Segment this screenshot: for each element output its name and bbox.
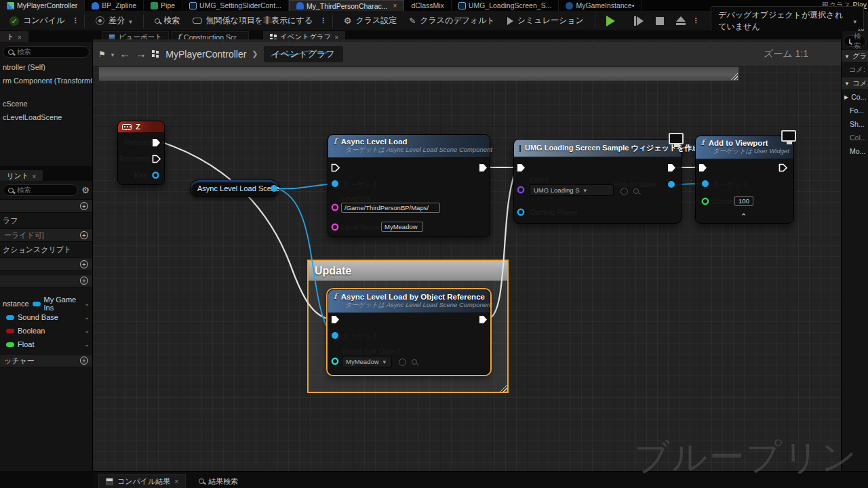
asset-tab-pipe[interactable]: Pipe: [144, 0, 182, 11]
forward-arrow-icon[interactable]: →: [136, 48, 146, 60]
component-item-transform[interactable]: rm Component (TransformComp: [0, 74, 92, 87]
exec-pin-out[interactable]: [479, 163, 488, 172]
section-functions[interactable]: ーライド可]+: [0, 228, 92, 242]
add-icon[interactable]: +: [80, 357, 88, 365]
collapsed-panel-strip[interactable]: [98, 66, 739, 81]
exec-pin-in[interactable]: [331, 315, 340, 324]
string-pin-level-name[interactable]: [331, 223, 340, 232]
collapse-chevron-icon[interactable]: ⌃: [741, 212, 747, 221]
use-selected-icon[interactable]: [399, 359, 406, 366]
variable-visibility-icon[interactable]: ⌄: [84, 314, 90, 321]
chevron-down-icon[interactable]: [111, 50, 115, 58]
int-pin-zorder[interactable]: [701, 197, 710, 206]
my-blueprint-search-input[interactable]: 検索: [3, 184, 78, 196]
variable-row[interactable]: Float⌄: [0, 338, 92, 351]
gear-icon[interactable]: [81, 185, 90, 195]
asset-tab-myplayercontroller[interactable]: MyPlayerController: [0, 0, 85, 11]
resize-grip-icon[interactable]: [498, 383, 507, 392]
exec-pin-out[interactable]: [778, 163, 787, 172]
object-pin-key[interactable]: [152, 171, 160, 180]
variable-visibility-icon[interactable]: ⌄: [84, 300, 90, 307]
object-pin-output[interactable]: [270, 184, 279, 193]
section-macros[interactable]: +: [0, 258, 92, 271]
level-name-input[interactable]: MyMeadow: [381, 222, 423, 232]
resize-grip-icon[interactable]: [729, 71, 738, 80]
variable-row[interactable]: nstanceMy Game Ins⌄: [0, 297, 92, 310]
section-graphs[interactable]: +: [0, 199, 92, 213]
browse-icon[interactable]: [633, 188, 639, 194]
object-pin-owning-player[interactable]: [517, 208, 526, 217]
soft-object-pin[interactable]: [331, 357, 340, 366]
details-row-show[interactable]: Sh...: [842, 117, 868, 131]
event-graph-canvas[interactable]: [93, 39, 841, 471]
details-section-comment[interactable]: ▼コメン: [842, 77, 868, 90]
string-pin-level-dir[interactable]: [331, 203, 340, 212]
browse-icon[interactable]: [412, 359, 417, 365]
hide-unrelated-options-icon[interactable]: [319, 16, 327, 25]
simulate-button[interactable]: シミュレーション: [502, 12, 589, 29]
object-pin-target[interactable]: [331, 331, 340, 340]
breadcrumb-root[interactable]: MyPlayerController: [165, 49, 246, 60]
details-row-colorbubble[interactable]: Col...: [842, 131, 868, 144]
variable-visibility-icon[interactable]: ⌄: [84, 327, 90, 334]
bookmark-icon[interactable]: ⚑: [98, 49, 106, 59]
exec-pin-released[interactable]: [152, 155, 161, 163]
breadcrumb-current[interactable]: イベントグラフ: [264, 46, 343, 62]
asset-tab-bp-zipline[interactable]: BP_Zipline: [85, 0, 144, 11]
add-icon[interactable]: +: [80, 277, 88, 285]
find-button[interactable]: 検索: [149, 12, 186, 29]
object-pin-target[interactable]: [701, 180, 710, 188]
node-create-widget[interactable]: UMG Loading Screen Sample ウィジェットを作成: [513, 139, 682, 224]
back-arrow-icon[interactable]: ←: [119, 48, 130, 60]
asset-tab-dclassmix[interactable]: dClassMix: [404, 0, 451, 11]
variable-visibility-icon[interactable]: ⌄: [84, 341, 90, 348]
details-search-input[interactable]: 検索: [844, 35, 866, 47]
class-settings-button[interactable]: クラス設定: [338, 12, 403, 29]
class-pin[interactable]: [517, 186, 526, 195]
exec-pin-out[interactable]: [667, 163, 676, 172]
close-icon[interactable]: ×: [174, 478, 178, 485]
object-pin-return-value[interactable]: [667, 180, 676, 189]
details-row-move[interactable]: Mo...: [842, 144, 868, 158]
close-icon[interactable]: ×: [32, 172, 36, 180]
section-event-dispatchers[interactable]: ッチャー+: [0, 354, 92, 367]
diff-button[interactable]: 差分: [90, 12, 138, 29]
close-icon[interactable]: ×: [393, 2, 397, 9]
add-icon[interactable]: +: [80, 231, 88, 239]
hide-unrelated-button[interactable]: 無関係な項目を非表示にする: [187, 12, 318, 29]
exec-pin-in[interactable]: [698, 163, 707, 172]
details-section-graph-node[interactable]: ▼グラフ.: [842, 49, 868, 63]
play-options-icon[interactable]: [692, 16, 700, 25]
soft-object-dropdown[interactable]: MyMeadow: [342, 356, 392, 367]
class-dropdown[interactable]: UMG Loading S: [530, 184, 614, 196]
component-item-levelloadscene[interactable]: cLevelLoadScene: [0, 110, 92, 124]
exec-pin-out[interactable]: [479, 315, 488, 324]
tab-components-partial[interactable]: ト×: [0, 31, 28, 42]
close-icon[interactable]: ×: [18, 33, 22, 41]
tab-my-blueprint[interactable]: リント×: [0, 170, 43, 181]
node-variable-get-asynclevelloadscene[interactable]: Async Level Load Scene: [190, 180, 279, 197]
frame-skip-button[interactable]: [622, 14, 649, 28]
object-pin-target[interactable]: [331, 180, 340, 188]
tab-compiler-results[interactable]: コンパイル結果×: [98, 474, 186, 488]
variable-row[interactable]: Boolean⌄: [0, 324, 92, 338]
tab-find-results[interactable]: 結果検索: [191, 474, 245, 488]
details-row-font[interactable]: Fo...: [842, 104, 868, 117]
stop-button[interactable]: [650, 14, 669, 28]
compile-button[interactable]: ✓コンパイル: [4, 12, 70, 29]
eject-button[interactable]: [671, 14, 691, 28]
component-item-self[interactable]: ntroller (Self): [0, 60, 92, 74]
add-icon[interactable]: +: [80, 260, 88, 268]
class-defaults-button[interactable]: クラスのデフォルト: [403, 12, 500, 29]
graph-list-item[interactable]: ラフ: [0, 213, 92, 228]
use-selected-icon[interactable]: [620, 188, 628, 195]
components-search-input[interactable]: 検索: [3, 46, 90, 58]
details-row-color[interactable]: ▶Co...: [842, 90, 868, 104]
level-dir-input[interactable]: /Game/ThirdPersonBP/Maps/: [341, 203, 440, 213]
asset-tab-thirdpersoncharacter[interactable]: My_ThirdPersonCharac...×: [289, 0, 404, 11]
asset-tab-mygameinstance[interactable]: MyGameInstance•: [559, 0, 642, 11]
play-button[interactable]: [601, 13, 620, 29]
component-item-scene[interactable]: cScene: [0, 97, 92, 110]
zorder-input[interactable]: 100: [734, 196, 753, 206]
exec-pin-pressed[interactable]: [152, 138, 161, 147]
